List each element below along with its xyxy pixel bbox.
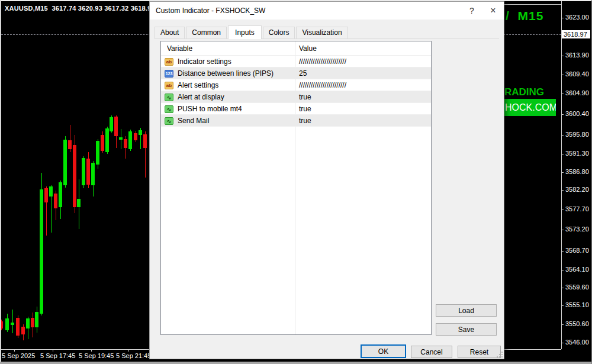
candlestick [134, 131, 137, 142]
table-row[interactable]: ∿PUSH to mobile mt4true [161, 103, 431, 115]
table-row[interactable]: ∿Send Mailtrue [161, 115, 431, 127]
table-row[interactable]: abIndicator settings////////////////////… [161, 56, 431, 67]
watermark-timeframe: / M15 [506, 9, 543, 23]
time-label: 5 Sep 21:45 [116, 352, 151, 359]
candlestick [59, 181, 62, 219]
candlestick [139, 128, 142, 149]
row-label-cell: ∿Alert at display [165, 91, 224, 103]
candlestick [26, 317, 30, 339]
price-tick-label: 3604.90 [561, 89, 589, 97]
price-tick-label: 3600.40 [561, 109, 589, 118]
save-button[interactable]: Save [436, 323, 497, 336]
row-value[interactable]: true [299, 115, 311, 127]
candlestick [73, 135, 76, 213]
candlestick [77, 179, 81, 229]
dialog-title: Custom Indicator - FXSHOCK_SW [150, 7, 265, 15]
reset-button[interactable]: Reset [458, 346, 501, 358]
tick-dash [561, 305, 564, 306]
table-row[interactable]: ∿Alert at displaytrue [161, 91, 431, 103]
load-button[interactable]: Load [436, 304, 497, 317]
price-tick-label: 3586.80 [561, 167, 589, 176]
price-tick-label: 3546.00 [561, 338, 589, 346]
trading-terminal-window: XAUUSD,M15 3617.74 3620.93 3617.32 3618.… [0, 0, 592, 364]
candlestick [54, 191, 57, 220]
price-tick-label: 3564.10 [561, 265, 589, 273]
dialog-tabs: AboutCommonInputsColorsVisualization [155, 25, 499, 39]
tick-dash [561, 154, 564, 154]
ab-icon: ab [165, 58, 173, 66]
row-label-cell: ∿Send Mail [165, 115, 209, 127]
candlestick [91, 161, 95, 197]
tick-dash [561, 94, 564, 94]
tick-dash [561, 18, 564, 18]
ok-button[interactable]: OK [361, 344, 406, 358]
close-icon[interactable]: × [482, 2, 504, 20]
cancel-button[interactable]: Cancel [411, 346, 452, 358]
price-tick-label: 3577.70 [561, 205, 589, 213]
candlestick [101, 131, 104, 153]
candlestick [68, 125, 72, 152]
tick-dash [561, 324, 564, 325]
tick-dash [561, 114, 564, 115]
watermark-site-badge: HOCK.COM [504, 99, 556, 116]
row-label: Alert settings [178, 79, 218, 91]
tab-common[interactable]: Common [186, 27, 227, 38]
row-value[interactable]: true [299, 103, 311, 115]
chart-icon: ∿ [165, 117, 173, 125]
window-border-top [0, 0, 592, 1]
candlestick [44, 186, 48, 236]
row-value[interactable]: true [299, 91, 311, 103]
table-row[interactable]: abAlert settings//////////////////////// [161, 79, 431, 91]
row-label-cell: abAlert settings [165, 79, 218, 91]
candlestick [35, 307, 38, 333]
tab-inputs[interactable]: Inputs [228, 25, 262, 39]
tick-dash [561, 251, 564, 252]
row-label: Distance between lines (PIPS) [178, 67, 274, 79]
price-tick-label: 3595.80 [561, 130, 589, 138]
candlestick [16, 315, 20, 338]
time-tick [128, 349, 129, 352]
price-tick-label: 3559.60 [561, 283, 589, 291]
candlestick [40, 173, 43, 315]
indicator-dialog: Custom Indicator - FXSHOCK_SW ? × AboutC… [149, 1, 504, 359]
time-tick [53, 349, 53, 352]
candlestick [31, 313, 34, 337]
table-row[interactable]: 123Distance between lines (PIPS)25 [161, 67, 431, 79]
window-border-left [0, 0, 1, 364]
help-button[interactable]: ? [461, 2, 482, 20]
row-value[interactable]: 25 [299, 67, 307, 79]
row-label: Send Mail [178, 115, 209, 127]
tab-visualization[interactable]: Visualization [296, 27, 348, 38]
candlestick [119, 129, 123, 149]
dialog-titlebar[interactable]: Custom Indicator - FXSHOCK_SW ? × [150, 2, 504, 20]
candlestick [96, 139, 99, 169]
row-value[interactable]: //////////////////////// [299, 56, 346, 67]
row-label: Indicator settings [178, 56, 231, 67]
candlestick [21, 324, 25, 340]
window-border-bottom [0, 362, 592, 364]
tick-dash [561, 75, 564, 75]
row-label-cell: 123Distance between lines (PIPS) [165, 67, 274, 79]
candlestick [49, 185, 53, 233]
time-label: 5 Sep 19:45 [79, 352, 114, 359]
time-label: 5 Sep 17:45 [40, 352, 75, 359]
chart-symbol-ohlc: XAUUSD,M15 3617.74 3620.93 3617.32 3618.… [5, 5, 155, 12]
candlestick [5, 314, 9, 332]
tick-dash [561, 210, 564, 210]
time-label: 5 Sep 2025 [2, 352, 35, 359]
candlestick [128, 130, 132, 151]
tick-dash [561, 56, 564, 56]
candlestick [11, 310, 14, 333]
price-scale[interactable]: 3623.003618.503613.903609.403604.903600.… [561, 0, 592, 349]
row-value[interactable]: //////////////////////// [299, 79, 346, 91]
num-icon: 123 [165, 70, 173, 78]
chart-icon: ∿ [165, 105, 173, 113]
price-tick-label: 3555.10 [561, 301, 589, 309]
tab-colors[interactable]: Colors [263, 27, 295, 38]
column-header-value: Value [299, 41, 317, 56]
tick-dash [561, 270, 564, 270]
tab-about[interactable]: About [155, 27, 185, 38]
time-tick [91, 349, 92, 352]
candlestick [63, 136, 67, 188]
resize-grip[interactable] [497, 352, 503, 357]
